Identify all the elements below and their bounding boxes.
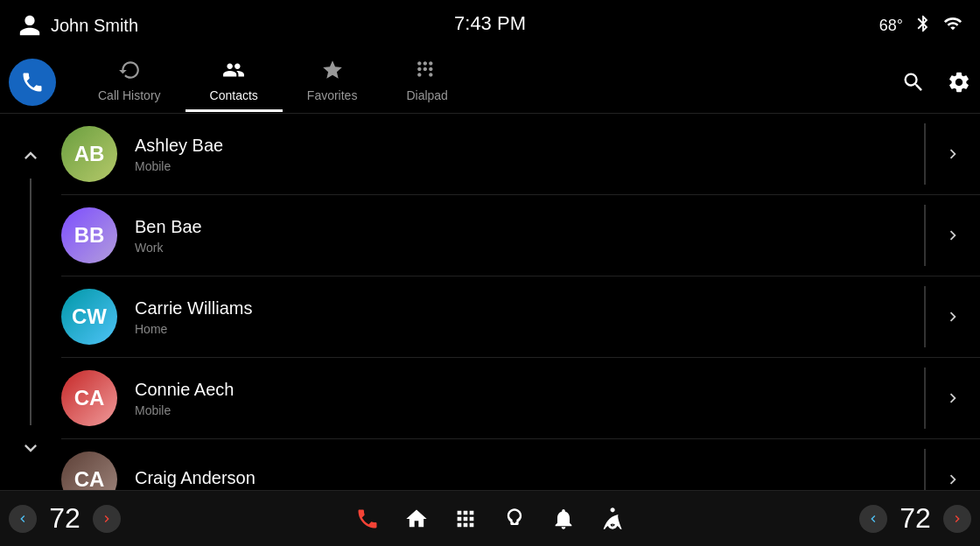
contact-name: Carrie Williams [135,298,906,318]
contact-info: Craig Anderson [135,468,906,491]
left-temp-value: 72 [38,502,91,535]
right-temperature: 72 [859,502,971,535]
right-temp-control: 72 [859,502,971,535]
contacts-area: AB Ashley Bae Mobile BB Ben Bae Work [0,114,980,490]
contacts-label: Contacts [210,88,258,102]
contact-divider [924,368,926,429]
left-temp-decrease[interactable] [9,505,37,533]
contact-item[interactable]: BB Ben Bae Work [61,195,980,276]
contact-item[interactable]: CA Craig Anderson [61,439,980,490]
contact-type: Work [135,241,906,255]
contact-name: Ben Bae [135,217,906,237]
status-bar: John Smith 7:43 PM 68° [0,0,980,51]
contact-avatar: BB [61,207,117,263]
contact-info: Ashley Bae Mobile [135,136,906,173]
contact-divider [924,286,926,347]
notification-button[interactable] [551,507,576,531]
favorites-icon [321,59,344,85]
contact-item[interactable]: AB Ashley Bae Mobile [61,114,980,195]
user-name: John Smith [51,16,138,36]
contact-chevron[interactable] [943,388,962,408]
tab-favorites[interactable]: Favorites [283,52,382,112]
contact-item[interactable]: CW Carrie Williams Home [61,276,980,358]
bottom-bar: 72 72 [0,490,980,546]
contact-info: Carrie Williams Home [135,298,906,336]
bottom-center-controls [355,507,625,531]
signal-icon [943,14,962,37]
right-temp-decrease[interactable] [859,505,887,533]
scroll-controls [0,114,61,490]
status-time: 7:43 PM [454,12,526,35]
scroll-up-button[interactable] [15,140,46,172]
favorites-label: Favorites [307,88,358,102]
dialpad-label: Dialpad [406,88,447,102]
contact-item[interactable]: CA Connie Aech Mobile [61,358,980,439]
contact-avatar: CA [61,452,117,490]
bluetooth-icon [914,14,933,37]
call-history-label: Call History [98,88,161,102]
nav-bar: Call History Contacts Favorites Dialpad [0,51,980,114]
contact-name: Ashley Bae [135,136,906,156]
contact-type: Mobile [135,159,906,173]
home-button[interactable] [404,507,429,531]
contact-type: Mobile [135,403,906,417]
contact-divider [924,205,926,266]
scroll-down-button[interactable] [15,432,46,464]
tab-dialpad[interactable]: Dialpad [382,52,472,112]
contact-avatar: AB [61,126,117,182]
contact-name: Craig Anderson [135,468,906,488]
contact-chevron[interactable] [943,307,962,326]
contact-divider [924,449,926,490]
contact-chevron[interactable] [943,226,962,245]
apps-button[interactable] [453,507,478,531]
contact-avatar: CA [61,370,117,426]
contacts-icon [222,59,245,85]
temperature: 68° [879,17,903,35]
tab-contacts[interactable]: Contacts [186,52,283,112]
settings-button[interactable] [947,70,971,94]
contact-divider [924,123,926,185]
contact-chevron[interactable] [943,470,962,489]
contact-chevron[interactable] [943,144,962,164]
status-right: 68° [879,14,962,37]
left-temperature: 72 [9,502,121,535]
contact-info: Ben Bae Work [135,217,906,255]
nav-tabs: Call History Contacts Favorites Dialpad [74,52,472,112]
call-history-icon [118,59,141,85]
scroll-track [30,178,32,425]
contact-info: Connie Aech Mobile [135,380,906,417]
contacts-list: AB Ashley Bae Mobile BB Ben Bae Work [61,114,980,490]
right-temp-increase[interactable] [943,505,971,533]
left-temp-control: 72 [9,502,121,535]
contact-avatar: CW [61,289,117,345]
tab-call-history[interactable]: Call History [74,52,186,112]
user-icon [18,13,42,38]
contact-name: Connie Aech [135,380,906,400]
ac-button[interactable] [600,507,625,531]
nav-actions [901,70,971,94]
right-temp-value: 72 [889,502,942,535]
search-button[interactable] [901,70,926,94]
phone-end-button[interactable] [355,507,380,531]
left-temp-increase[interactable] [93,505,121,533]
phone-button[interactable] [9,59,56,106]
fan-button[interactable] [502,507,527,531]
contact-type: Home [135,322,906,336]
dialpad-icon [416,59,438,85]
status-left: John Smith [18,13,138,38]
